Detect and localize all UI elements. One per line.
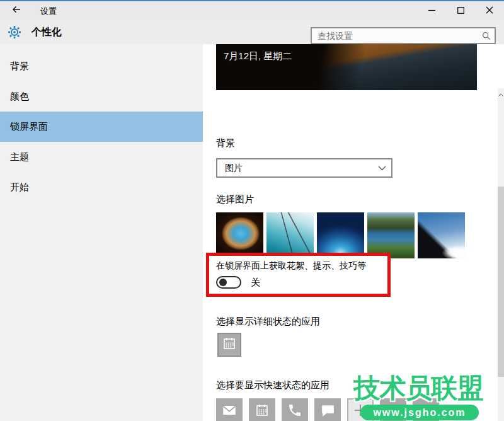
sidebar-item-colors[interactable]: 颜色 <box>0 81 203 112</box>
maximize-button[interactable] <box>446 1 475 20</box>
watermark-url: www.jsgho.com <box>360 405 479 420</box>
window-controls <box>417 1 504 20</box>
main-area: 背景 颜色 锁屏界面 主题 开始 7月12日, 星期二 背景 图片 选择图片 浏… <box>0 44 504 421</box>
back-arrow-icon <box>11 4 21 17</box>
sidebar-item-label: 主题 <box>10 151 29 163</box>
sidebar: 背景 颜色 锁屏界面 主题 开始 <box>0 44 203 421</box>
picture-thumbnails <box>216 212 465 258</box>
quick-status-app-calendar[interactable] <box>249 398 275 421</box>
search-icon[interactable] <box>478 32 495 40</box>
lockscreen-preview-image: 7月12日, 星期二 <box>216 44 477 90</box>
background-section-label: 背景 <box>216 137 235 149</box>
detailed-status-label: 选择显示详细状态的应用 <box>216 316 320 328</box>
scrollbar-thumb[interactable] <box>498 187 504 377</box>
sidebar-item-start[interactable]: 开始 <box>0 172 203 202</box>
settings-gear-icon <box>7 25 22 42</box>
vertical-scrollbar[interactable] <box>498 88 504 421</box>
minimize-icon <box>428 5 435 16</box>
calendar-icon <box>255 403 270 420</box>
phone-icon <box>287 403 302 420</box>
fun-facts-toggle[interactable] <box>216 276 241 289</box>
choose-picture-label: 选择图片 <box>216 193 254 205</box>
quick-status-app-phone[interactable] <box>282 398 308 421</box>
page-title: 个性化 <box>32 26 62 39</box>
quick-status-label: 选择要显示快速状态的应用 <box>216 379 329 391</box>
window-title: 设置 <box>40 6 57 17</box>
mail-icon <box>221 402 238 421</box>
toggle-state-label: 关 <box>251 277 260 289</box>
scroll-up-icon[interactable] <box>498 93 504 96</box>
search-input[interactable] <box>312 31 478 41</box>
back-button[interactable] <box>8 3 25 19</box>
thumbnail-mountain-lake[interactable] <box>367 212 415 258</box>
calendar-icon <box>222 336 237 354</box>
thumbnail-aerial-sea[interactable] <box>266 212 314 258</box>
search-box <box>311 27 496 44</box>
preview-date-text: 7月12日, 星期二 <box>224 50 292 62</box>
app-header: 个性化 <box>0 20 504 44</box>
background-type-dropdown[interactable]: 图片 <box>216 158 392 178</box>
detailed-status-app-calendar[interactable] <box>217 333 241 357</box>
titlebar: 设置 <box>0 1 504 20</box>
dropdown-selected-value: 图片 <box>217 163 372 174</box>
maximize-icon <box>457 5 464 16</box>
thumbnail-beach-cave[interactable] <box>216 212 263 258</box>
watermark-title: 技术员联盟 <box>350 371 486 406</box>
sidebar-item-themes[interactable]: 主题 <box>0 142 203 172</box>
thumbnail-ridge-clouds[interactable] <box>418 212 465 258</box>
thumbnail-ice-cave[interactable] <box>317 212 364 258</box>
fun-facts-label: 在锁屏界面上获取花絮、提示、技巧等 <box>216 260 387 272</box>
minimize-button[interactable] <box>417 1 446 20</box>
sidebar-item-background[interactable]: 背景 <box>0 51 203 81</box>
sidebar-item-label: 开始 <box>10 182 29 193</box>
toggle-knob <box>219 279 227 286</box>
chevron-down-icon <box>372 166 391 171</box>
close-button[interactable] <box>475 1 504 20</box>
fun-facts-toggle-row: 关 <box>216 276 387 289</box>
close-icon <box>486 5 493 16</box>
lockscreen-settings-panel: 7月12日, 星期二 背景 图片 选择图片 浏览 在锁屏界面上获取花絮、提示、技… <box>203 44 498 421</box>
sidebar-item-lockscreen[interactable]: 锁屏界面 <box>0 112 203 142</box>
quick-status-app-mail[interactable] <box>216 398 243 421</box>
red-annotation-box: 在锁屏界面上获取花絮、提示、技巧等 关 <box>206 253 391 297</box>
sidebar-item-label: 颜色 <box>10 91 29 103</box>
message-bubble-icon <box>320 403 336 421</box>
sidebar-item-label: 背景 <box>10 61 29 72</box>
sidebar-item-label: 锁屏界面 <box>10 121 48 133</box>
quick-status-app-messaging[interactable] <box>314 398 341 421</box>
